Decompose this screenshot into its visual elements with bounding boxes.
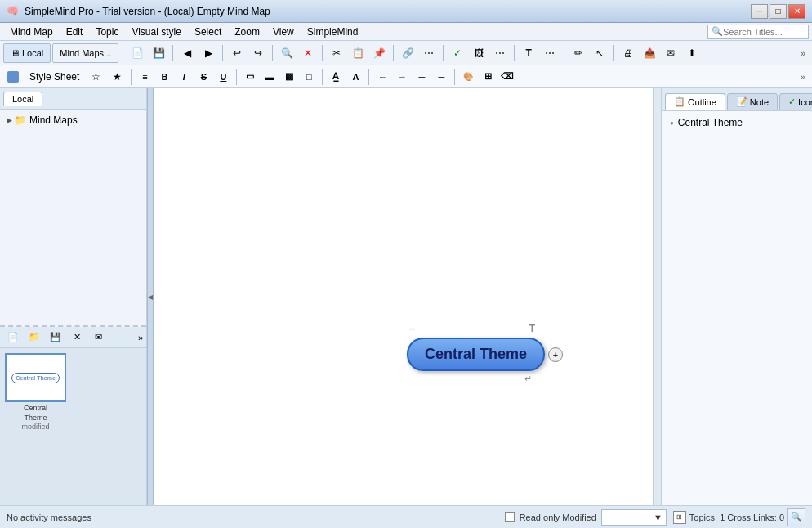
toolbar-expand[interactable]: » bbox=[797, 48, 809, 58]
canvas-vscrollbar[interactable] bbox=[653, 88, 661, 505]
thumb-folder-button[interactable]: 📁 bbox=[25, 328, 44, 347]
fill-color-button[interactable]: A̲ bbox=[327, 68, 345, 86]
window-controls: ─ □ ✕ bbox=[751, 4, 805, 19]
outline-tab-icon: 📋 bbox=[674, 96, 685, 107]
line-right-button[interactable]: → bbox=[393, 68, 411, 86]
stylesheet-label[interactable]: Style Sheet bbox=[25, 71, 84, 83]
menu-topic[interactable]: Topic bbox=[89, 25, 125, 39]
shape-round-button[interactable]: ▭ bbox=[241, 68, 259, 86]
node-expand-button[interactable]: + bbox=[548, 347, 563, 362]
shape-border-button[interactable]: □ bbox=[300, 68, 318, 86]
menu-zoom[interactable]: Zoom bbox=[228, 25, 266, 39]
share-button[interactable]: ⬆ bbox=[682, 43, 702, 63]
more-button1[interactable]: ⋯ bbox=[419, 43, 439, 63]
toolbar2-expand[interactable]: » bbox=[797, 72, 809, 82]
rel-button[interactable]: 🔗 bbox=[398, 43, 417, 63]
strikethrough-button[interactable]: S bbox=[194, 68, 212, 86]
local-tab[interactable]: 🖥 Local bbox=[3, 43, 51, 63]
bold-button[interactable]: B bbox=[155, 68, 173, 86]
status-topics-label: Topics: 1 Cross Links: 0 bbox=[689, 512, 784, 522]
check-button[interactable]: ✓ bbox=[448, 43, 467, 63]
icon-tab[interactable]: ✓ Icon bbox=[779, 93, 812, 110]
export-button[interactable]: 📤 bbox=[640, 43, 659, 63]
pen-button[interactable]: ✏ bbox=[569, 43, 588, 63]
thumbnail-item[interactable]: Central Theme Central Theme modified bbox=[5, 353, 66, 432]
thumb-save-button[interactable]: 💾 bbox=[46, 328, 65, 347]
left-panel: Local ▶ 📁 Mind Maps 📄 📁 💾 ✕ ✉ » bbox=[0, 88, 147, 505]
font-color-button[interactable]: A bbox=[346, 68, 364, 86]
status-checkbox[interactable] bbox=[505, 512, 515, 522]
thumb-new-button[interactable]: 📄 bbox=[3, 328, 23, 347]
menu-bar: Mind Map Edit Topic Visual style Select … bbox=[0, 23, 812, 41]
status-dropdown[interactable]: ▼ bbox=[601, 509, 667, 526]
cut-button[interactable]: ✂ bbox=[327, 43, 346, 63]
back-button[interactable]: ◀ bbox=[177, 43, 197, 63]
local-panel-tab[interactable]: Local bbox=[3, 92, 42, 106]
thumb-close-button[interactable]: ✕ bbox=[67, 328, 87, 347]
left-panel-collapse-handle[interactable]: ◀ bbox=[147, 88, 154, 505]
toolbar-sep5 bbox=[322, 45, 323, 61]
new-button[interactable]: 📄 bbox=[127, 43, 147, 63]
menu-search-box[interactable]: 🔍 bbox=[707, 25, 809, 39]
image-button[interactable]: 🖼 bbox=[469, 43, 489, 63]
more-button2[interactable]: ⋯ bbox=[490, 43, 510, 63]
star-filled-button[interactable]: ★ bbox=[107, 67, 127, 87]
shape-fill-button[interactable]: ▩ bbox=[280, 68, 298, 86]
text-button[interactable]: T bbox=[519, 43, 538, 63]
folder-icon: 📁 bbox=[14, 114, 26, 126]
print-button[interactable]: 🖨 bbox=[618, 43, 638, 63]
canvas-area[interactable]: ··· T Central Theme ↵ + bbox=[154, 88, 661, 505]
eraser-button[interactable]: ⌫ bbox=[498, 68, 516, 86]
node-t-icon: T bbox=[529, 323, 535, 334]
save-button[interactable]: 💾 bbox=[149, 43, 168, 63]
maximize-button[interactable]: □ bbox=[770, 4, 787, 19]
line-style-button[interactable]: ─ bbox=[413, 68, 431, 86]
zoom-fit-button[interactable]: 🔍 bbox=[277, 43, 297, 63]
menu-simplemind[interactable]: SimpleMind bbox=[301, 25, 365, 39]
paste-button[interactable]: 📌 bbox=[369, 43, 389, 63]
redo-button[interactable]: ↪ bbox=[248, 43, 268, 63]
thumb-mail-button[interactable]: ✉ bbox=[88, 328, 108, 347]
menu-edit[interactable]: Edit bbox=[60, 25, 90, 39]
status-readonly-label: Read only Modified bbox=[520, 512, 596, 522]
mindmaps-button[interactable]: Mind Maps... bbox=[52, 43, 118, 63]
fmt-sep4 bbox=[368, 69, 369, 85]
undo-button[interactable]: ↩ bbox=[227, 43, 247, 63]
underline-button[interactable]: U bbox=[214, 68, 232, 86]
menu-select[interactable]: Select bbox=[188, 25, 228, 39]
delete-button[interactable]: ✕ bbox=[298, 43, 318, 63]
color-palette-button[interactable]: 🎨 bbox=[459, 68, 477, 86]
star-button[interactable]: ☆ bbox=[86, 67, 105, 87]
menu-mindmap[interactable]: Mind Map bbox=[3, 25, 60, 39]
color-table-button[interactable]: ⊞ bbox=[479, 68, 497, 86]
node-arrow-icon: ↵ bbox=[524, 374, 532, 384]
fmt-sep2 bbox=[236, 69, 237, 85]
select-button[interactable]: ↖ bbox=[590, 43, 609, 63]
status-right: ⊞ Topics: 1 Cross Links: 0 🔍 bbox=[673, 508, 805, 526]
minimize-button[interactable]: ─ bbox=[751, 4, 768, 19]
status-search-button[interactable]: 🔍 bbox=[787, 508, 805, 526]
close-button[interactable]: ✕ bbox=[788, 4, 805, 19]
icon-tab-check: ✓ bbox=[788, 96, 796, 107]
tree-item-mindmaps[interactable]: ▶ 📁 Mind Maps bbox=[3, 113, 143, 128]
mail-button[interactable]: ✉ bbox=[661, 43, 680, 63]
italic-button[interactable]: I bbox=[175, 68, 193, 86]
copy-button[interactable]: 📋 bbox=[348, 43, 368, 63]
note-tab[interactable]: 📝 Note bbox=[727, 93, 778, 110]
more-button3[interactable]: ⋯ bbox=[540, 43, 560, 63]
thumb-expand[interactable]: » bbox=[138, 333, 143, 342]
central-theme-box[interactable]: Central Theme bbox=[407, 338, 545, 371]
menu-search-input[interactable] bbox=[723, 27, 805, 37]
central-theme-node[interactable]: ··· T Central Theme ↵ + bbox=[407, 338, 563, 371]
line-end-button[interactable]: ─ bbox=[432, 68, 450, 86]
outline-item-central-theme[interactable]: ● Central Theme bbox=[665, 114, 809, 131]
align-left-button[interactable]: ≡ bbox=[136, 68, 154, 86]
line-left-button[interactable]: ← bbox=[373, 68, 391, 86]
thumbnail-label: Central Theme modified bbox=[21, 404, 49, 432]
outline-tab[interactable]: 📋 Outline bbox=[665, 93, 725, 110]
menu-visualstyle[interactable]: Visual style bbox=[125, 25, 187, 39]
shape-rect-button[interactable]: ▬ bbox=[261, 68, 279, 86]
thumbnail-panel: 📄 📁 💾 ✕ ✉ » Central Theme Central Theme … bbox=[0, 325, 146, 505]
forward-button[interactable]: ▶ bbox=[199, 43, 218, 63]
menu-view[interactable]: View bbox=[266, 25, 301, 39]
